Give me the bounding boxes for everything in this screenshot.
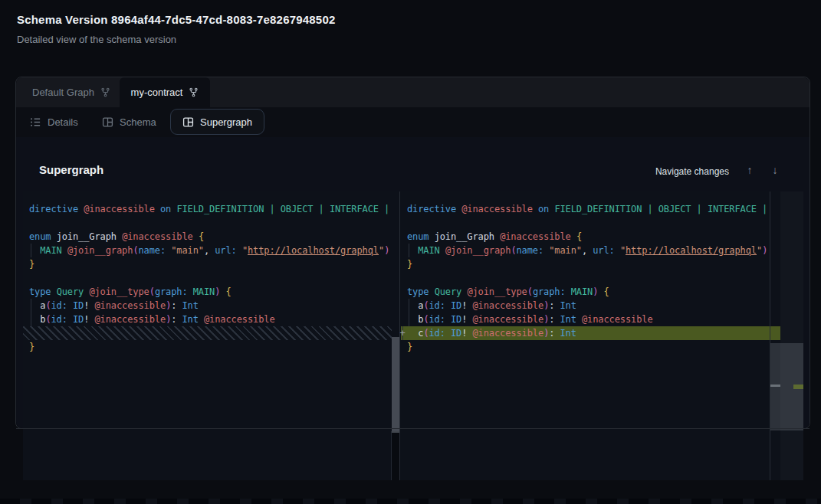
indent-guide [409,244,409,257]
code-token: directive [407,204,456,214]
code-token: @join__type [89,286,149,297]
code-token [429,286,435,297]
code-line: } [407,257,770,271]
subtab-label: Details [48,116,78,128]
code-line: MAIN @join__graph(name: "main", url: "ht… [29,244,392,257]
code-token [220,286,225,297]
code-token [576,314,582,325]
code-line: directive @inaccessible on FIELD_DEFINIT… [407,202,770,216]
code-line: b(id: ID! @inaccessible): Int @inaccessi… [407,313,770,326]
code-token: FIELD_DEFINITION [554,204,642,214]
code-token [445,314,451,325]
overview-ruler[interactable] [780,191,803,480]
diff-modified-pane[interactable]: directive @inaccessible on FIELD_DEFINIT… [401,191,770,480]
subtab-details[interactable]: Details [30,107,78,137]
code-token [467,328,472,339]
code-token: ( [511,245,516,256]
code-token: ) [384,245,389,256]
git-fork-icon [189,87,199,97]
code-token: Int [182,314,199,325]
page-subtitle: Detailed view of the schema version [17,34,176,45]
code-token: http://localhost/graphql [626,245,757,256]
code-token [51,231,57,242]
code-token: @inaccessible [84,204,155,214]
code-token: http://localhost/graphql [248,245,379,256]
split-columns-icon [182,116,194,128]
view-subtabs-bar: Details Schema Supergraph [16,107,810,137]
code-token [571,231,576,242]
code-line: } [407,340,770,354]
code-token: ( [527,286,533,297]
navigate-changes-label: Navigate changes [655,166,729,177]
modified-pane-right-border [770,191,770,480]
code-line: a(id: ID! @inaccessible): Int [29,299,392,313]
code-token: ) [762,245,767,256]
code-token: INTERFACE [708,204,757,214]
code-token: "main" [549,245,582,256]
code-token: { [226,286,232,297]
code-token: ( [45,300,51,311]
code-token: id: [429,300,445,311]
code-token [554,300,560,311]
code-token: on [538,204,549,214]
code-token [199,314,204,325]
diff-added-line: c(id: ID! @inaccessible): Int [401,326,770,340]
code-token [237,245,242,256]
code-token: OBJECT [281,204,314,214]
page-title: Schema Version 8964af44-7dc5-47cd-8083-7… [17,13,336,26]
code-token: ( [423,328,429,339]
code-token: MAIN [193,286,215,297]
code-token [445,300,451,311]
code-line: directive @inaccessible on FIELD_DEFINIT… [29,202,392,216]
indent-guide [31,244,31,257]
subtab-schema[interactable]: Schema [102,107,156,137]
code-token: { [576,231,582,242]
code-token [445,328,451,339]
tab-default-graph[interactable]: Default Graph [16,77,121,107]
code-token: ( [149,286,155,297]
original-pane-scrollbar-thumb[interactable] [392,337,399,433]
code-token: id: [51,314,67,325]
code-line [407,216,770,230]
code-token: join__Graph [435,231,494,242]
pane-edge-line [391,431,392,480]
code-token: on [160,204,171,214]
code-token [429,231,435,242]
code-line: type Query @join__type(graph: MAIN) { [407,285,770,299]
tab-my-contract[interactable]: my-contract [120,77,210,107]
navigate-previous-change-button[interactable]: ↑ [744,162,756,178]
code-token: @join__type [467,286,527,297]
code-token: OBJECT [658,204,691,214]
list-icon [30,116,41,128]
code-token [89,300,94,311]
ruler-added-change-marker [793,385,803,389]
tab-label: my-contract [131,87,183,98]
code-token: @inaccessible [95,300,166,311]
subtab-supergraph[interactable]: Supergraph [170,109,264,135]
graph-tabs-bar: Default Graph my-contract [16,77,810,107]
code-token: ID [451,300,461,311]
code-token: name: [139,245,166,256]
code-token: @inaccessible [582,314,653,325]
code-token [62,245,67,256]
subtab-label: Schema [120,116,156,128]
code-token: ID [451,314,461,325]
code-token: @inaccessible [122,231,193,242]
code-token: } [29,342,34,352]
diff-placeholder-line [23,326,392,340]
code-token: url: [593,245,615,256]
indent-guide [409,299,409,313]
code-token [554,328,560,339]
code-line [29,271,392,285]
added-line-gutter-highlight [770,326,780,340]
code-token: @inaccessible [461,204,533,214]
diff-original-pane[interactable]: directive @inaccessible on FIELD_DEFINIT… [23,191,392,480]
code-token [440,245,445,256]
code-token: } [407,342,412,352]
code-token: id: [429,314,445,325]
code-token: ( [423,314,429,325]
diff-insert-sign: + [397,326,408,340]
indent-guide [31,313,31,326]
navigate-next-change-button[interactable]: ↓ [769,162,781,178]
code-token: | [379,204,389,214]
